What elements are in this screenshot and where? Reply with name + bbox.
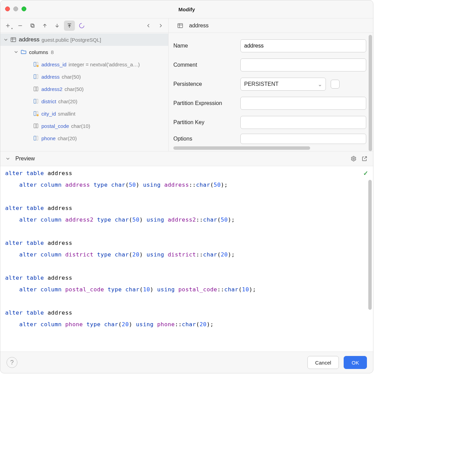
add-button[interactable]: ▾ (2, 21, 13, 31)
copy-button[interactable] (27, 21, 38, 31)
persistence-value: PERSISTENT (244, 81, 278, 87)
svg-rect-0 (31, 25, 34, 27)
tree-node-columns-folder[interactable]: columns 8 (0, 46, 168, 58)
tree-node-meta: char(20) (58, 98, 77, 104)
properties-pane: address Name Comment (169, 18, 373, 151)
svg-point-20 (353, 158, 355, 160)
tree-node-meta: char(50) (62, 74, 81, 80)
svg-rect-6 (34, 75, 36, 79)
svg-rect-17 (34, 136, 36, 140)
svg-rect-11 (36, 99, 38, 103)
zoom-icon[interactable] (22, 6, 26, 11)
modify-dialog: Modify ▾ (0, 0, 373, 373)
remove-button[interactable] (15, 21, 26, 31)
properties-header: address (169, 18, 373, 33)
svg-rect-7 (36, 75, 38, 79)
tree-node-column[interactable]: address2char(50) (0, 83, 168, 95)
window-controls (5, 6, 26, 11)
tree-node-column[interactable]: addresschar(50) (0, 70, 168, 83)
svg-rect-16 (36, 124, 38, 128)
partition-expression-label: Partition Expression (172, 100, 240, 106)
tree-node-meta: guest.public [PostgreSQL] (41, 37, 101, 43)
persistence-label: Persistence (172, 81, 240, 87)
partition-expression-field[interactable] (240, 97, 366, 110)
structure-pane: ▾ (0, 18, 169, 151)
titlebar: Modify (0, 0, 373, 18)
comment-field[interactable] (240, 58, 366, 71)
move-top-button[interactable] (64, 21, 75, 31)
help-button[interactable]: ? (6, 357, 17, 368)
tree-node-meta: char(50) (65, 86, 84, 92)
dialog-footer: ? Cancel OK (0, 352, 373, 373)
cancel-button[interactable]: Cancel (307, 356, 339, 369)
minimize-icon[interactable] (13, 6, 18, 11)
persistence-checkbox[interactable] (331, 80, 340, 89)
name-field[interactable] (240, 39, 366, 52)
nav-back-button[interactable] (143, 21, 154, 31)
preview-label: Preview (15, 156, 35, 162)
move-up-button[interactable] (39, 21, 50, 31)
options-label: Options (172, 136, 240, 142)
structure-toolbar: ▾ (0, 18, 168, 33)
scrollbar[interactable] (369, 35, 372, 151)
table-icon (177, 22, 184, 29)
tree-node-label: address2 (41, 86, 63, 92)
tree-node-meta: integer = nextval('address_a…) (68, 62, 140, 67)
column-plain-icon (32, 122, 39, 129)
chevron-down-icon: ⌄ (318, 81, 322, 88)
properties-title: address (189, 23, 209, 29)
tree-node-label: district (41, 98, 56, 104)
tree-node-column[interactable]: phonechar(20) (0, 132, 168, 144)
tree-node-column[interactable]: districtchar(20) (0, 95, 168, 107)
partition-key-label: Partition Key (172, 119, 240, 125)
column-plain-icon (32, 85, 39, 92)
chevron-down-icon[interactable] (13, 49, 19, 55)
svg-rect-3 (34, 62, 36, 66)
svg-point-5 (37, 65, 39, 67)
svg-rect-9 (36, 87, 38, 91)
chevron-down-icon[interactable] (3, 37, 9, 42)
partition-key-field[interactable] (240, 116, 366, 129)
svg-rect-10 (34, 99, 36, 103)
dialog-title: Modify (0, 6, 373, 12)
persistence-select[interactable]: PERSISTENT ⌄ (240, 78, 326, 91)
refresh-button[interactable] (76, 21, 87, 31)
tree-node-meta: smallint (58, 111, 76, 117)
options-field[interactable] (240, 134, 366, 144)
svg-rect-19 (178, 24, 183, 28)
tree-node-meta: char(10) (71, 123, 90, 129)
column-icon (32, 98, 39, 105)
ok-button[interactable]: OK (344, 356, 367, 369)
svg-rect-15 (34, 124, 36, 128)
tree-node-label: columns (29, 49, 48, 55)
valid-icon: ✓ (363, 170, 368, 177)
svg-rect-12 (34, 111, 36, 116)
tree-node-label: address_id (41, 62, 66, 67)
tree-node-column[interactable]: address_idinteger = nextval('address_a…) (0, 58, 168, 70)
name-label: Name (172, 43, 240, 49)
tree-node-column[interactable]: city_idsmallint (0, 107, 168, 120)
svg-rect-1 (31, 24, 34, 26)
svg-rect-2 (11, 38, 16, 42)
table-icon (10, 36, 17, 43)
tree-count-badge: 8 (51, 49, 54, 55)
horizontal-scrollbar[interactable] (173, 146, 310, 150)
chevron-down-icon[interactable] (5, 156, 11, 161)
gear-icon[interactable] (350, 155, 357, 162)
scrollbar[interactable] (368, 180, 372, 310)
tree-node-table[interactable]: address guest.public [PostgreSQL] (0, 34, 168, 46)
tree-node-column[interactable]: postal_codechar(10) (0, 120, 168, 132)
nav-forward-button[interactable] (155, 21, 166, 31)
open-external-icon[interactable] (361, 155, 368, 162)
sql-preview-editor[interactable]: ✓ alter table address alter column addre… (0, 166, 373, 352)
close-icon[interactable] (5, 6, 10, 11)
column-key-icon (32, 110, 39, 117)
structure-tree[interactable]: address guest.public [PostgreSQL] column… (0, 33, 168, 151)
tree-node-label: city_id (41, 111, 56, 117)
tree-node-meta: char(20) (58, 135, 77, 141)
tree-node-label: postal_code (41, 123, 69, 129)
tree-node-label: address (41, 74, 60, 80)
tree-node-label: phone (41, 135, 56, 141)
preview-section: Preview ✓ alter table address alter colu… (0, 151, 373, 352)
move-down-button[interactable] (52, 21, 63, 31)
